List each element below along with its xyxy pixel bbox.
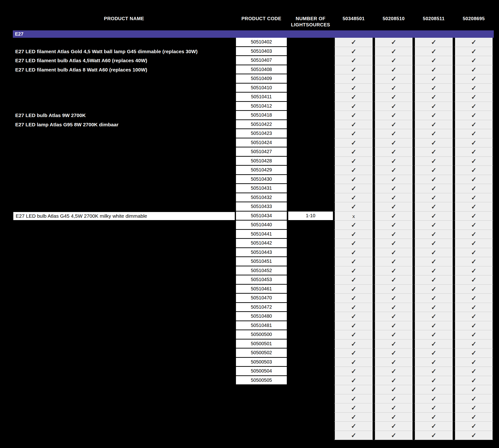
lightsources-cell xyxy=(288,239,334,248)
availability-check-cell-2: ✓ xyxy=(374,285,414,294)
availability-check-cell-2: ✓ xyxy=(374,394,414,404)
product-code-cell: 50500503 xyxy=(235,358,288,367)
availability-check-cell-1: ✓ xyxy=(334,84,374,93)
table-row: 50510461 ✓ ✓ ✓ ✓ xyxy=(13,285,494,294)
lightsources-cell xyxy=(288,303,334,312)
lightsources-cell xyxy=(288,230,334,239)
availability-check-cell-4: ✓ xyxy=(454,193,494,203)
availability-check-cell-1: ✓ xyxy=(334,47,374,56)
table-row: 50510402 ✓ ✓ ✓ ✓ xyxy=(13,38,494,47)
product-name-cell xyxy=(13,193,235,203)
lightsources-cell xyxy=(288,257,334,266)
availability-check-cell-3: ✓ xyxy=(414,202,454,211)
availability-check-cell-4: ✓ xyxy=(454,157,494,166)
availability-check-cell-1: ✓ xyxy=(334,239,374,248)
availability-check-cell-1: ✓ xyxy=(334,303,374,312)
availability-check-cell-3: ✓ xyxy=(414,239,454,248)
lightsources-cell xyxy=(288,413,334,422)
product-name-cell xyxy=(13,248,235,257)
availability-check-cell-4: ✓ xyxy=(454,175,494,184)
availability-check-cell-2: ✓ xyxy=(374,47,414,56)
availability-check-cell-4: ✓ xyxy=(454,321,494,331)
availability-check-cell-1: ✓ xyxy=(334,376,374,385)
table-row: 50510452 ✓ ✓ ✓ ✓ xyxy=(13,266,494,276)
lightsources-cell xyxy=(288,102,334,111)
table-row: 50510451 ✓ ✓ ✓ ✓ xyxy=(13,257,494,266)
product-code-cell: 50510440 xyxy=(235,221,288,230)
availability-check-cell-2: ✓ xyxy=(374,93,414,102)
availability-check-cell-2: ✓ xyxy=(374,65,414,75)
availability-check-cell-3: ✓ xyxy=(414,230,454,239)
availability-check-cell-3: ✓ xyxy=(414,193,454,203)
lightsources-cell xyxy=(288,193,334,203)
availability-check-cell-1: ✓ xyxy=(334,257,374,266)
availability-check-cell-3: ✓ xyxy=(414,294,454,303)
availability-check-cell-1: ✓ xyxy=(334,266,374,276)
availability-check-cell-1: ✓ xyxy=(334,166,374,175)
table-row: 50510443 ✓ ✓ ✓ ✓ xyxy=(13,248,494,257)
availability-check-cell-4: ✓ xyxy=(454,367,494,376)
product-name-cell: E27 LED filament bulb Atlas 4,5Watt A60 … xyxy=(13,56,235,65)
product-code-cell: 50500505 xyxy=(235,376,288,385)
availability-check-cell-2: ✓ xyxy=(374,239,414,248)
product-name-cell xyxy=(13,394,235,404)
lightsources-cell xyxy=(288,47,334,56)
availability-check-cell-2: ✓ xyxy=(374,294,414,303)
availability-check-cell-2: ✓ xyxy=(374,422,414,431)
lightsources-cell xyxy=(288,285,334,294)
table-header: PRODUCT NAME PRODUCT CODE NUMBER OF LIGH… xyxy=(13,12,494,30)
availability-check-cell-3: ✓ xyxy=(414,138,454,148)
product-name-cell xyxy=(13,239,235,248)
availability-check-cell-2: ✓ xyxy=(374,303,414,312)
product-code-cell: 50510434 xyxy=(235,211,288,221)
product-code-cell: 50510433 xyxy=(235,202,288,211)
availability-check-cell-3: ✓ xyxy=(414,166,454,175)
availability-check-cell-1: ✓ xyxy=(334,138,374,148)
table-row: 50510470 ✓ ✓ ✓ ✓ xyxy=(13,294,494,303)
product-code-cell: 50510442 xyxy=(235,239,288,248)
availability-check-cell-3: ✓ xyxy=(414,312,454,321)
availability-check-cell-3: ✓ xyxy=(414,120,454,129)
availability-check-cell-3: ✓ xyxy=(414,431,454,440)
availability-check-cell-4: ✓ xyxy=(454,230,494,239)
availability-check-cell-2: ✓ xyxy=(374,166,414,175)
lightsources-cell xyxy=(288,394,334,404)
availability-check-cell-2: ✓ xyxy=(374,385,414,394)
table-row: E27 LED filament Atlas Gold 4,5 Watt bal… xyxy=(13,47,494,56)
availability-check-cell-4: ✓ xyxy=(454,74,494,84)
availability-check-cell-3: ✓ xyxy=(414,339,454,349)
product-code-cell: 50510443 xyxy=(235,248,288,257)
product-code-cell: 50510403 xyxy=(235,47,288,56)
availability-check-cell-4: ✓ xyxy=(454,202,494,211)
product-code-cell: 50510418 xyxy=(235,111,288,120)
availability-check-cell-4: ✓ xyxy=(454,56,494,65)
availability-check-cell-1: ✓ xyxy=(334,413,374,422)
table-row: 50510428 ✓ ✓ ✓ ✓ xyxy=(13,157,494,166)
availability-check-cell-1: ✓ xyxy=(334,56,374,65)
availability-check-cell-2: ✓ xyxy=(374,157,414,166)
availability-check-cell-1: ✓ xyxy=(334,129,374,138)
availability-check-cell-2: ✓ xyxy=(374,111,414,120)
product-code-cell: 50510481 xyxy=(235,321,288,331)
lightsources-cell xyxy=(288,157,334,166)
availability-check-cell-4: ✓ xyxy=(454,138,494,148)
product-name-cell xyxy=(13,294,235,303)
availability-check-cell-3: ✓ xyxy=(414,211,454,221)
product-name-cell xyxy=(13,312,235,321)
availability-check-cell-3: ✓ xyxy=(414,422,454,431)
availability-check-cell-3: ✓ xyxy=(414,403,454,413)
table-row: 50510412 ✓ ✓ ✓ ✓ xyxy=(13,102,494,111)
availability-check-cell-4: ✓ xyxy=(454,184,494,193)
availability-check-cell-3: ✓ xyxy=(414,285,454,294)
availability-check-cell-1: ✓ xyxy=(334,285,374,294)
availability-check-cell-3: ✓ xyxy=(414,65,454,75)
product-name-cell xyxy=(13,358,235,367)
lightsources-cell xyxy=(288,84,334,93)
lightsources-cell xyxy=(288,330,334,339)
availability-check-cell-2: ✓ xyxy=(374,339,414,349)
product-table: PRODUCT NAME PRODUCT CODE NUMBER OF LIGH… xyxy=(13,12,494,440)
lightsources-cell xyxy=(288,339,334,349)
lightsources-cell xyxy=(288,367,334,376)
availability-check-cell-3: ✓ xyxy=(414,56,454,65)
lightsources-cell xyxy=(288,111,334,120)
